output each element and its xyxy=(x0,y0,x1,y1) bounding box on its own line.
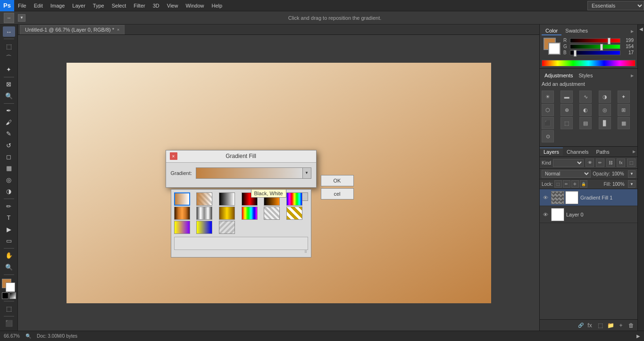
gradient-dropdown-button[interactable]: ▼ xyxy=(303,167,311,179)
close-tab-icon[interactable]: × xyxy=(117,27,119,32)
tool-shape[interactable]: ▭ xyxy=(3,235,15,246)
tool-quickmask[interactable]: ⬚ xyxy=(3,303,15,314)
tool-screen-mode[interactable]: ⬛ xyxy=(3,318,15,329)
layer-0-visibility[interactable]: 👁 xyxy=(542,211,549,218)
color-panel-collapse[interactable]: ▶ xyxy=(631,29,636,33)
layer-link-icon[interactable]: ⛓ xyxy=(606,158,615,167)
tab-layers[interactable]: Layers xyxy=(540,148,563,156)
menu-layer[interactable]: Layer xyxy=(68,0,89,11)
adj-gradient-map[interactable]: ▦ xyxy=(618,117,630,129)
lock-position-icon[interactable]: ✛ xyxy=(571,180,579,188)
gradient-swatch-black-white[interactable] xyxy=(219,192,235,206)
tool-pen[interactable]: ✏ xyxy=(3,201,15,211)
adj-channel-mixer[interactable]: ⊞ xyxy=(618,104,630,116)
tool-quick-select[interactable]: ✦ xyxy=(3,64,15,75)
gradient-swatch-diagonal-stripe[interactable] xyxy=(286,207,302,220)
create-layer-button[interactable]: + xyxy=(617,321,625,330)
gradient-preview[interactable] xyxy=(196,167,303,179)
menu-filter[interactable]: Filter xyxy=(130,0,149,11)
tab-color[interactable]: Color xyxy=(542,27,561,35)
tool-dodge[interactable]: ◑ xyxy=(3,186,15,197)
ok-button[interactable]: OK xyxy=(321,175,354,186)
menu-3d[interactable]: 3D xyxy=(149,0,163,11)
adj-color-lookup[interactable]: ⬛ xyxy=(542,117,554,129)
adj-photo-filter[interactable]: ◎ xyxy=(599,104,611,116)
tab-channels[interactable]: Channels xyxy=(563,148,592,156)
r-slider-thumb[interactable] xyxy=(608,38,611,44)
tool-options-dropdown[interactable]: ▼ xyxy=(18,14,25,22)
adj-hue-sat[interactable]: ⬡ xyxy=(542,104,554,116)
menu-image[interactable]: Image xyxy=(47,0,69,11)
blend-mode-select[interactable]: Normal xyxy=(542,170,591,178)
background-color[interactable] xyxy=(6,283,15,292)
layer-row-layer-0[interactable]: 👁 Layer 0 xyxy=(540,206,637,223)
gradient-swatch-fg-bg[interactable] xyxy=(174,192,190,206)
panel-collapse-button[interactable]: ◀ xyxy=(637,25,644,331)
tool-path-select[interactable]: ▶ xyxy=(3,224,15,234)
color-spectrum[interactable] xyxy=(542,60,636,67)
doc-tab[interactable]: Untitled-1 @ 66.7% (Layer 0, RGB/8) * × xyxy=(20,25,125,34)
layer-fx-icon[interactable]: fx xyxy=(617,158,625,167)
adj-brightness[interactable]: ☀ xyxy=(542,91,554,103)
gradient-swatch-black-red[interactable] xyxy=(242,192,258,206)
g-slider[interactable] xyxy=(570,44,620,49)
tool-history-brush[interactable]: ↺ xyxy=(3,140,15,150)
adj-curves[interactable]: ∿ xyxy=(579,91,592,103)
adj-vibrance[interactable]: ✦ xyxy=(618,91,630,103)
lock-transparent-icon[interactable]: ⬚ xyxy=(554,180,562,188)
cancel-button[interactable]: cel xyxy=(321,188,354,200)
menu-help[interactable]: Help xyxy=(208,0,226,11)
layer-1-visibility[interactable]: 👁 xyxy=(542,194,549,201)
gradient-swatch-gold[interactable] xyxy=(219,207,235,220)
tool-gradient[interactable]: ▦ xyxy=(3,163,15,174)
default-colors-icon[interactable] xyxy=(2,292,8,299)
gradient-swatch-yellow-violet[interactable] xyxy=(174,221,190,234)
menu-window[interactable]: Window xyxy=(182,0,208,11)
adj-posterize[interactable]: ▤ xyxy=(579,117,592,129)
menu-edit[interactable]: Edit xyxy=(30,0,47,11)
workspace-select[interactable]: Essentials xyxy=(587,1,644,10)
opacity-dropdown[interactable]: ▼ xyxy=(628,170,636,178)
tool-hand[interactable]: ✋ xyxy=(3,250,15,261)
layer-row-gradient-fill-1[interactable]: 👁 Gradient Fill 1 xyxy=(540,189,637,206)
b-slider[interactable] xyxy=(570,50,620,55)
status-expand[interactable]: ▶ xyxy=(636,333,640,339)
tool-stamp[interactable]: ✎ xyxy=(3,128,15,139)
adj-color-balance[interactable]: ⊕ xyxy=(560,104,573,116)
tool-move[interactable]: ↔ xyxy=(3,26,15,37)
tool-crop[interactable]: ⊠ xyxy=(3,79,15,90)
adj-exposure[interactable]: ◑ xyxy=(599,91,611,103)
tool-eraser[interactable]: ◻ xyxy=(3,151,15,162)
switch-colors-icon[interactable] xyxy=(9,292,16,299)
layer-vis-icon[interactable]: 👁 xyxy=(585,158,594,167)
gradient-swatch-fg-transparent[interactable] xyxy=(196,192,212,206)
lock-all-icon[interactable]: 🔒 xyxy=(580,180,587,188)
menu-view[interactable]: View xyxy=(163,0,182,11)
dialog-close-button[interactable]: × xyxy=(170,152,177,160)
r-slider[interactable] xyxy=(570,38,620,43)
g-slider-thumb[interactable] xyxy=(600,44,603,50)
gradient-swatch-transparent-stripe[interactable] xyxy=(264,207,280,220)
menu-select[interactable]: Select xyxy=(108,0,130,11)
adj-selective-color[interactable]: ⊙ xyxy=(542,130,554,142)
lock-image-icon[interactable]: ✏ xyxy=(563,180,570,188)
background-color-swatch[interactable] xyxy=(548,42,560,55)
create-group-button[interactable]: 📁 xyxy=(606,321,615,330)
add-fx-button[interactable]: fx xyxy=(585,321,594,330)
fill-dropdown[interactable]: ▼ xyxy=(628,180,636,188)
tab-styles[interactable]: Styles xyxy=(576,72,596,79)
adj-threshold[interactable]: ▊ xyxy=(599,117,611,129)
delete-layer-button[interactable]: 🗑 xyxy=(627,321,636,330)
link-layers-icon[interactable]: 🔗 xyxy=(578,323,584,328)
adj-invert[interactable]: ⬚ xyxy=(560,117,573,129)
layers-panel-collapse[interactable]: ▶ xyxy=(633,150,637,154)
layer-mask-icon[interactable]: ⬚ xyxy=(627,158,636,167)
gradient-swatch-copper[interactable] xyxy=(174,207,190,220)
layers-kind-select[interactable] xyxy=(553,159,584,167)
tool-text[interactable]: T xyxy=(3,212,15,223)
tool-zoom[interactable]: 🔍 xyxy=(3,262,15,272)
tab-adjustments[interactable]: Adjustments xyxy=(542,72,576,79)
tool-blur[interactable]: ◎ xyxy=(3,175,15,185)
add-mask-button[interactable]: ⬚ xyxy=(596,321,604,330)
tool-eyedropper[interactable]: 🔍 xyxy=(3,91,15,101)
